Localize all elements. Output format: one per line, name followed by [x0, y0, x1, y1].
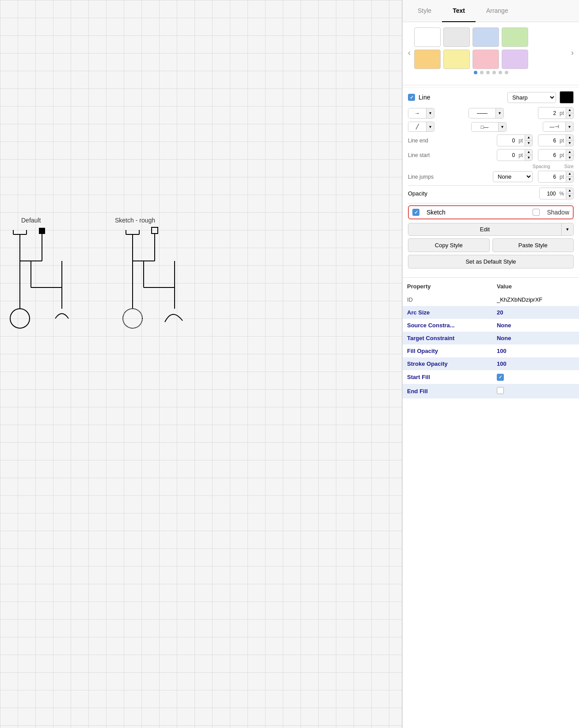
swatch-dot-3[interactable]	[486, 71, 490, 74]
connection-style-icon: □—	[472, 123, 498, 131]
line-color-swatch[interactable]	[560, 91, 574, 103]
les-up[interactable]: ▲	[525, 135, 532, 141]
line-start-spacing-stepper[interactable]: ▲ ▼	[525, 149, 532, 161]
swatch-dot-1[interactable]	[474, 71, 477, 74]
swatch-light-gray[interactable]	[443, 27, 470, 47]
swatches-next[interactable]: ›	[569, 46, 575, 59]
line-start-size-stepper[interactable]: ▲ ▼	[566, 149, 573, 161]
tab-style[interactable]: Style	[407, 0, 442, 22]
waypoint-btn[interactable]: —⊣ ▾	[543, 122, 574, 132]
swatch-dot-2[interactable]	[480, 71, 484, 74]
prop-name-end-fill: End Fill	[403, 384, 492, 398]
table-row-target-constraint[interactable]: Target Constraint None	[403, 332, 579, 345]
prop-name-arcsize: Arc Size	[403, 306, 492, 319]
line-start-size-value[interactable]	[538, 150, 558, 160]
line-style-dropdown[interactable]: ▾	[495, 108, 503, 118]
line-end-size-stepper[interactable]: ▲ ▼	[566, 135, 573, 146]
paste-style-btn[interactable]: Paste Style	[492, 238, 574, 252]
end-fill-checkbox[interactable]	[497, 387, 504, 394]
tab-arrange[interactable]: Arrange	[476, 0, 519, 22]
swatch-light-blue[interactable]	[472, 27, 499, 47]
table-row-arcsize[interactable]: Arc Size 20	[403, 306, 579, 319]
line-start-size[interactable]: pt ▲ ▼	[538, 149, 574, 161]
arrow-start-dropdown[interactable]: ▾	[426, 108, 434, 118]
table-row-fill-opacity[interactable]: Fill Opacity 100	[403, 345, 579, 357]
swatch-dots	[414, 69, 568, 78]
start-fill-checkbox[interactable]	[497, 374, 504, 381]
stroke-width-value[interactable]	[538, 108, 558, 118]
line-style-select[interactable]: Sharp Curved Rounded	[507, 92, 556, 103]
opacity-stepper[interactable]: ▲ ▼	[566, 188, 573, 199]
line-start-spacing-value[interactable]	[497, 150, 517, 160]
line-start-label: Line start	[408, 152, 439, 158]
shadow-label: Shadow	[547, 209, 569, 216]
lss-up[interactable]: ▲	[525, 149, 532, 155]
op-down[interactable]: ▼	[566, 194, 573, 199]
les-down[interactable]: ▼	[525, 141, 532, 146]
line-end-spacing[interactable]: pt ▲ ▼	[497, 134, 533, 146]
swatch-yellow[interactable]	[443, 50, 470, 69]
stroke-width-input[interactable]: pt ▲ ▼	[538, 107, 574, 119]
lj-up[interactable]: ▲	[566, 171, 573, 177]
lssz-down[interactable]: ▼	[566, 155, 573, 161]
arrow-end-btn[interactable]: ╱ ▾	[408, 122, 434, 132]
copy-style-btn[interactable]: Copy Style	[408, 238, 490, 252]
swatch-white[interactable]	[414, 27, 441, 47]
shadow-checkbox[interactable]	[533, 209, 540, 216]
sketch-shadow-row: Sketch Shadow	[408, 205, 574, 219]
arrow-end-dropdown[interactable]: ▾	[426, 122, 434, 131]
connection-style-dropdown[interactable]: ▾	[498, 123, 506, 131]
line-jumps-size-unit: pt	[558, 172, 566, 182]
stroke-up[interactable]: ▲	[566, 107, 573, 113]
line-style-btn[interactable]: —— ▾	[469, 108, 504, 119]
swatches-row-2	[414, 50, 568, 69]
op-up[interactable]: ▲	[566, 188, 573, 194]
svg-rect-4	[39, 228, 45, 234]
table-row-source-constraint[interactable]: Source Constra... None	[403, 319, 579, 332]
opacity-input[interactable]: % ▲ ▼	[539, 188, 574, 199]
line-jumps-stepper[interactable]: ▲ ▼	[566, 171, 573, 182]
waypoint-dropdown[interactable]: ▾	[565, 122, 573, 131]
arrow-row-2: ╱ ▾ □— ▾ —⊣ ▾	[408, 122, 574, 132]
table-row-end-fill[interactable]: End Fill	[403, 384, 579, 398]
diagram1-label: Default	[21, 217, 41, 224]
line-start-spacing[interactable]: pt ▲ ▼	[497, 149, 533, 161]
tab-text[interactable]: Text	[442, 0, 476, 22]
lssz-up[interactable]: ▲	[566, 149, 573, 155]
stroke-width-stepper[interactable]: ▲ ▼	[566, 107, 573, 119]
line-jumps-size-value[interactable]	[538, 172, 558, 182]
swatches-prev[interactable]: ‹	[406, 46, 412, 59]
lss-down[interactable]: ▼	[525, 155, 532, 161]
swatch-purple[interactable]	[502, 50, 528, 69]
table-row-start-fill[interactable]: Start Fill	[403, 370, 579, 384]
line-end-spacing-stepper[interactable]: ▲ ▼	[525, 135, 532, 146]
edit-dropdown[interactable]: Edit ▾	[408, 223, 574, 236]
set-default-style-btn[interactable]: Set as Default Style	[408, 255, 574, 268]
lesz-down[interactable]: ▼	[566, 141, 573, 146]
lj-down[interactable]: ▼	[566, 177, 573, 182]
line-jumps-size[interactable]: pt ▲ ▼	[538, 171, 574, 183]
lesz-up[interactable]: ▲	[566, 135, 573, 141]
line-jumps-label: Line jumps	[408, 174, 439, 180]
col-value-header: Value	[492, 280, 579, 293]
line-checkbox[interactable]	[408, 94, 415, 101]
line-end-label: Line end	[408, 138, 439, 144]
swatch-orange[interactable]	[414, 50, 441, 69]
table-row-stroke-opacity[interactable]: Stroke Opacity 100	[403, 357, 579, 370]
connection-style-btn[interactable]: □— ▾	[471, 122, 507, 132]
swatches-grid	[414, 27, 568, 69]
sketch-checkbox[interactable]	[412, 209, 419, 216]
arrow-start-btn[interactable]: → ▾	[408, 108, 434, 119]
opacity-value[interactable]	[540, 189, 557, 199]
swatch-dot-6[interactable]	[505, 71, 508, 74]
line-end-size-value[interactable]	[538, 136, 558, 146]
swatch-dot-4[interactable]	[492, 71, 496, 74]
swatch-light-green[interactable]	[502, 27, 528, 47]
line-end-size[interactable]: pt ▲ ▼	[538, 134, 574, 146]
swatch-dot-5[interactable]	[499, 71, 502, 74]
edit-dropdown-arrow[interactable]: ▾	[561, 223, 573, 235]
line-end-spacing-value[interactable]	[497, 136, 517, 146]
swatch-pink[interactable]	[472, 50, 499, 69]
stroke-down[interactable]: ▼	[566, 113, 573, 119]
line-jumps-select[interactable]: None Arc Gap	[493, 171, 533, 182]
